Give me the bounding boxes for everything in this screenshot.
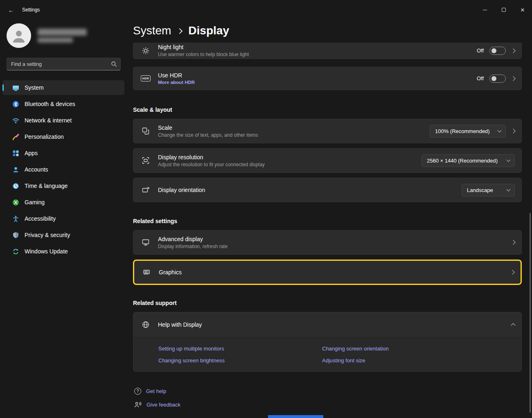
row-title: Graphics <box>159 269 182 276</box>
hdr-toggle[interactable] <box>489 75 506 83</box>
dropdown-value: 100% (Recommended) <box>435 128 490 134</box>
orientation-dropdown[interactable]: Landscape <box>462 184 515 197</box>
system-icon <box>12 84 19 91</box>
shield-icon <box>12 232 19 239</box>
user-email-redacted <box>38 38 73 43</box>
minimize-icon <box>483 10 487 10</box>
chevron-right-icon <box>510 270 514 274</box>
back-button[interactable]: ← <box>4 4 18 16</box>
resolution-dropdown[interactable]: 2560 × 1440 (Recommended) <box>422 154 515 167</box>
sidebar-item-label: System <box>25 84 44 91</box>
question-glyph: ? <box>137 389 139 393</box>
vertical-scrollbar[interactable] <box>530 213 531 413</box>
search-input[interactable] <box>11 61 111 67</box>
hdr-state: Off <box>477 75 484 81</box>
row-title: Help with Display <box>158 321 202 328</box>
selection-indicator <box>2 84 4 91</box>
row-subtitle: Display information, refresh rate <box>158 244 228 249</box>
sidebar-item-privacy-security[interactable]: Privacy & security <box>2 228 124 242</box>
hdr-icon: HDR <box>133 75 158 81</box>
hdr-badge: HDR <box>141 75 151 81</box>
help-link-screen-brightness[interactable]: Changing screen brightness <box>158 357 322 369</box>
help-with-display-header[interactable]: Help with Display <box>133 312 521 337</box>
help-link-screen-orientation[interactable]: Changing screen orientation <box>322 346 521 357</box>
user-name-redacted <box>38 29 87 36</box>
sidebar-item-time-language[interactable]: Time & language <box>2 178 124 193</box>
chevron-right-icon <box>511 240 515 244</box>
xbox-icon <box>12 199 19 206</box>
help-link-font-size[interactable]: Adjusting font size <box>322 357 521 369</box>
row-title: Display orientation <box>158 187 205 193</box>
bottom-blue-strip <box>268 415 323 418</box>
row-title: Advanced display <box>158 236 228 242</box>
give-feedback-row[interactable]: Give feedback <box>134 400 180 409</box>
page-title: Display <box>188 24 229 37</box>
toggle-knob <box>491 76 496 81</box>
gpu-icon <box>134 268 159 276</box>
row-title: Display resolution <box>158 154 265 160</box>
app-title: Settings <box>22 7 40 13</box>
close-button[interactable]: ✕ <box>513 0 532 20</box>
get-help-row[interactable]: ? Get help <box>134 387 166 395</box>
dropdown-value: Landscape <box>467 187 493 193</box>
section-related-settings: Related settings <box>133 218 177 224</box>
advanced-display-row[interactable]: Advanced display Display information, re… <box>133 230 522 255</box>
search-icon <box>111 61 117 67</box>
scale-row[interactable]: Scale Change the size of text, apps, and… <box>133 119 522 143</box>
sidebar-item-label: Time & language <box>25 183 68 189</box>
back-icon: ← <box>8 7 14 14</box>
scale-dropdown[interactable]: 100% (Recommended) <box>430 125 506 138</box>
chevron-up-icon <box>511 323 515 328</box>
night-light-toggle[interactable] <box>489 47 506 55</box>
night-light-state: Off <box>477 47 484 54</box>
more-about-hdr-link[interactable]: More about HDR <box>158 80 195 85</box>
maximize-button[interactable] <box>494 0 513 20</box>
search-box[interactable] <box>7 58 121 70</box>
sidebar-item-label: Accessibility <box>25 215 56 222</box>
chevron-down-icon <box>507 158 511 162</box>
sidebar-item-label: Accounts <box>25 166 48 173</box>
avatar[interactable] <box>7 23 31 48</box>
graphics-row[interactable]: Graphics <box>133 260 522 285</box>
section-scale-layout: Scale & layout <box>133 106 172 113</box>
sidebar-item-network-internet[interactable]: Network & internet <box>2 113 124 128</box>
display-resolution-row[interactable]: Display resolution Adjust the resolution… <box>133 148 522 173</box>
sidebar-item-accounts[interactable]: Accounts <box>2 162 124 177</box>
account-person-icon <box>12 166 19 173</box>
sidebar-item-label: Network & internet <box>25 117 72 124</box>
breadcrumb-system[interactable]: System <box>133 24 171 37</box>
sidebar-item-windows-update[interactable]: Windows Update <box>2 244 124 259</box>
give-feedback-link[interactable]: Give feedback <box>147 402 180 408</box>
sidebar-item-label: Bluetooth & devices <box>25 101 75 107</box>
sidebar-item-label: Privacy & security <box>25 232 70 238</box>
row-title: Use HDR <box>158 72 195 79</box>
sidebar-item-bluetooth-devices[interactable]: Bluetooth & devices <box>2 97 124 111</box>
display-orientation-row[interactable]: Display orientation Landscape <box>133 178 522 202</box>
help-link-multiple-monitors[interactable]: Setting up multiple monitors <box>158 346 322 357</box>
sidebar-item-personalization[interactable]: Personalization <box>2 129 124 144</box>
give-feedback-icon <box>134 401 142 408</box>
sidebar-nav: System Bluetooth & devices Network & int… <box>2 80 124 260</box>
sidebar-item-system[interactable]: System <box>2 80 124 95</box>
use-hdr-row[interactable]: HDR Use HDR More about HDR Off <box>133 67 522 90</box>
sidebar-item-label: Gaming <box>25 199 45 206</box>
get-help-link[interactable]: Get help <box>146 388 166 394</box>
bluetooth-icon <box>12 101 19 108</box>
night-light-row[interactable]: Night light Use warmer colors to help bl… <box>133 43 522 59</box>
chevron-right-icon <box>511 48 515 53</box>
titlebar: ← Settings ✕ <box>0 0 532 20</box>
resolution-icon <box>133 156 158 165</box>
dropdown-value: 2560 × 1440 (Recommended) <box>427 158 498 164</box>
sidebar-item-apps[interactable]: Apps <box>2 146 124 160</box>
sidebar-item-gaming[interactable]: Gaming <box>2 195 124 210</box>
help-links: Setting up multiple monitors Changing sc… <box>133 337 521 371</box>
scale-icon <box>133 127 158 135</box>
sidebar-item-accessibility[interactable]: Accessibility <box>2 211 124 226</box>
toggle-knob <box>491 48 496 53</box>
wifi-icon <box>12 117 19 124</box>
globe-help-icon <box>133 321 158 329</box>
row-subtitle: Use warmer colors to help block blue lig… <box>158 52 249 57</box>
close-icon: ✕ <box>521 7 525 13</box>
accessibility-person-icon <box>12 215 19 222</box>
minimize-button[interactable] <box>476 0 494 20</box>
